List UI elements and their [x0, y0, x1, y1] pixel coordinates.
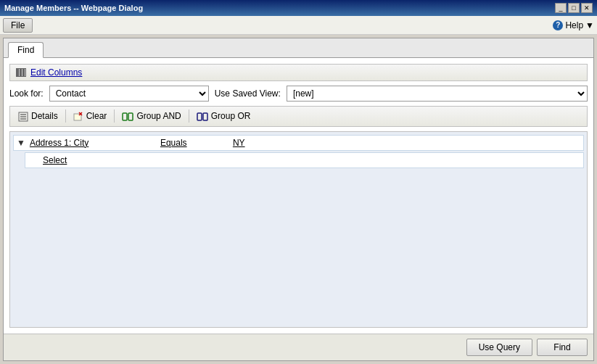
- group-and-icon: [122, 111, 133, 122]
- saved-view-select[interactable]: [new]: [287, 86, 588, 102]
- group-or-label: Group OR: [211, 111, 251, 121]
- svg-rect-8: [128, 113, 133, 120]
- clear-icon: [73, 111, 83, 122]
- help-arrow-icon: ▼: [585, 20, 594, 30]
- group-and-label: Group AND: [136, 111, 181, 121]
- maximize-button[interactable]: □: [568, 3, 580, 13]
- dialog-title: Manage Members -- Webpage Dialog: [4, 4, 143, 12]
- menu-bar: File ? Help ▼: [0, 16, 597, 35]
- select-link[interactable]: Select: [43, 155, 67, 165]
- toolbar-separator-3: [189, 109, 189, 123]
- title-bar: Manage Members -- Webpage Dialog _ □ ✕: [0, 0, 597, 16]
- find-button[interactable]: Find: [537, 339, 588, 356]
- details-icon: [18, 111, 28, 122]
- close-button[interactable]: ✕: [581, 3, 593, 13]
- look-for-row: Look for: Contact Use Saved View: [new]: [9, 86, 588, 102]
- svg-rect-9: [197, 113, 202, 120]
- toolbar-separator-2: [114, 109, 115, 123]
- bottom-bar: Use Query Find: [4, 334, 593, 360]
- toolbar-separator-1: [65, 109, 66, 123]
- tab-find[interactable]: Find: [8, 42, 44, 58]
- use-saved-view-label: Use Saved View:: [215, 88, 281, 99]
- help-menu[interactable]: ? Help ▼: [553, 20, 594, 30]
- help-label: Help: [565, 20, 583, 30]
- filter-arrow-icon: ▼: [17, 138, 25, 148]
- file-menu-button[interactable]: File: [3, 18, 33, 33]
- details-button[interactable]: Details: [13, 109, 63, 124]
- tab-row: Find: [4, 38, 593, 58]
- look-for-label: Look for:: [9, 88, 44, 99]
- main-dialog-area: Find Edit Columns Look for: Contact Use …: [3, 38, 594, 361]
- filter-field-label[interactable]: Address 1: City: [30, 138, 160, 148]
- group-or-button[interactable]: Group OR: [192, 109, 256, 124]
- group-and-button[interactable]: Group AND: [117, 109, 186, 124]
- minimize-button[interactable]: _: [555, 3, 567, 13]
- filter-operator-label[interactable]: Equals: [160, 138, 233, 148]
- filter-area: ▼ Address 1: City Equals NY Select: [9, 131, 588, 328]
- svg-rect-10: [203, 113, 207, 120]
- use-query-button[interactable]: Use Query: [466, 339, 532, 356]
- select-row: Select: [25, 152, 584, 168]
- filter-row-1: ▼ Address 1: City Equals NY: [13, 135, 584, 151]
- edit-columns-label[interactable]: Edit Columns: [30, 67, 82, 78]
- clear-button[interactable]: Clear: [68, 109, 112, 124]
- group-or-icon: [197, 111, 208, 122]
- svg-rect-7: [123, 113, 127, 120]
- panel-content: Edit Columns Look for: Contact Use Saved…: [4, 58, 593, 334]
- toolbar-row: Details Clear: [9, 106, 588, 127]
- edit-columns-bar: Edit Columns: [9, 64, 588, 81]
- title-bar-controls: _ □ ✕: [555, 3, 593, 13]
- columns-icon: [16, 68, 26, 77]
- filter-value-label[interactable]: NY: [233, 138, 580, 148]
- help-icon: ?: [553, 20, 563, 30]
- details-label: Details: [31, 111, 58, 121]
- clear-label: Clear: [86, 111, 107, 121]
- look-for-select[interactable]: Contact: [49, 86, 209, 102]
